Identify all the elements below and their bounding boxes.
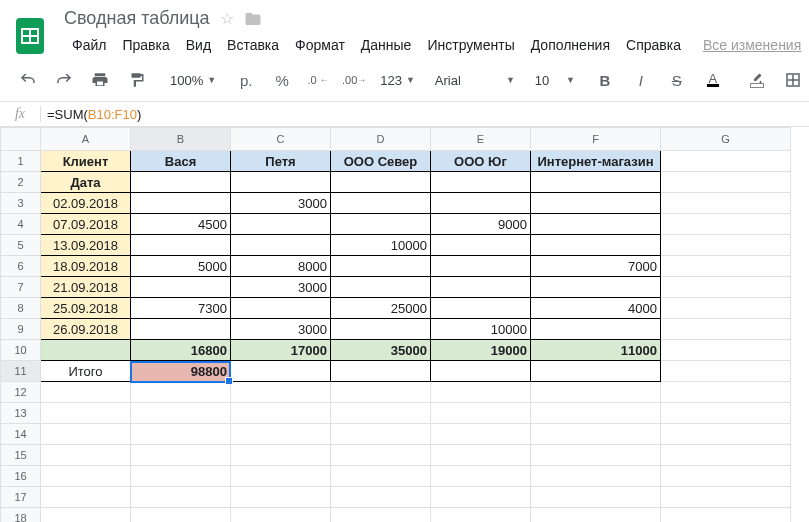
all-changes-link[interactable]: Все изменения	[703, 37, 801, 53]
cell[interactable]	[41, 382, 131, 403]
cell[interactable]: 3000	[231, 193, 331, 214]
row-header[interactable]: 13	[1, 403, 41, 424]
row-header[interactable]: 10	[1, 340, 41, 361]
row-header[interactable]: 18	[1, 508, 41, 523]
select-all-corner[interactable]	[1, 128, 41, 151]
cell[interactable]: 19000	[431, 340, 531, 361]
cell[interactable]: 07.09.2018	[41, 214, 131, 235]
cell[interactable]	[41, 487, 131, 508]
more-formats-dropdown[interactable]: 123▼	[372, 67, 419, 93]
cell[interactable]: 3000	[231, 277, 331, 298]
cell[interactable]	[661, 424, 791, 445]
cell[interactable]	[661, 172, 791, 193]
cell[interactable]	[661, 403, 791, 424]
cell[interactable]	[661, 466, 791, 487]
col-header-D[interactable]: D	[331, 128, 431, 151]
cell[interactable]	[531, 403, 661, 424]
cell[interactable]	[231, 508, 331, 523]
doc-title[interactable]: Сводная таблица	[64, 8, 210, 29]
cell[interactable]	[431, 487, 531, 508]
app-logo[interactable]	[6, 6, 54, 61]
row-header[interactable]: 17	[1, 487, 41, 508]
cell[interactable]	[531, 235, 661, 256]
row-header[interactable]: 15	[1, 445, 41, 466]
cell[interactable]	[131, 172, 231, 193]
cell[interactable]	[531, 193, 661, 214]
decrease-decimal-button[interactable]: .0 ←	[300, 67, 336, 93]
row-header[interactable]: 5	[1, 235, 41, 256]
cell[interactable]: 17000	[231, 340, 331, 361]
cell[interactable]	[531, 382, 661, 403]
menu-help[interactable]: Справка	[618, 33, 689, 57]
increase-decimal-button[interactable]: .00→	[336, 67, 372, 93]
row-header[interactable]: 1	[1, 151, 41, 172]
cell[interactable]	[661, 445, 791, 466]
row-header[interactable]: 14	[1, 424, 41, 445]
cell[interactable]	[131, 382, 231, 403]
cell[interactable]	[531, 487, 661, 508]
cell[interactable]: 7300	[131, 298, 231, 319]
cell[interactable]	[431, 466, 531, 487]
cell[interactable]	[431, 298, 531, 319]
cell[interactable]	[131, 403, 231, 424]
cell[interactable]	[331, 319, 431, 340]
format-percent-button[interactable]: %	[264, 67, 300, 93]
menu-edit[interactable]: Правка	[114, 33, 177, 57]
cell[interactable]	[661, 151, 791, 172]
cell[interactable]: 25000	[331, 298, 431, 319]
cell[interactable]	[331, 361, 431, 382]
cell[interactable]	[531, 445, 661, 466]
row-header[interactable]: 7	[1, 277, 41, 298]
row-header[interactable]: 6	[1, 256, 41, 277]
cell[interactable]	[331, 424, 431, 445]
cell[interactable]: 10000	[331, 235, 431, 256]
cell[interactable]	[231, 298, 331, 319]
cell[interactable]	[231, 424, 331, 445]
cell[interactable]	[431, 382, 531, 403]
cell[interactable]: 18.09.2018	[41, 256, 131, 277]
cell[interactable]: 13.09.2018	[41, 235, 131, 256]
row-header[interactable]: 8	[1, 298, 41, 319]
cell[interactable]: 3000	[231, 319, 331, 340]
cell[interactable]	[41, 403, 131, 424]
cell[interactable]: Петя	[231, 151, 331, 172]
cell[interactable]	[531, 424, 661, 445]
cell[interactable]	[331, 445, 431, 466]
cell[interactable]	[331, 403, 431, 424]
cell[interactable]	[131, 445, 231, 466]
cell[interactable]	[661, 382, 791, 403]
row-header[interactable]: 2	[1, 172, 41, 193]
paint-format-button[interactable]	[118, 67, 154, 93]
cell[interactable]	[41, 466, 131, 487]
menu-tools[interactable]: Инструменты	[419, 33, 522, 57]
cell[interactable]: 11000	[531, 340, 661, 361]
fill-color-button[interactable]	[739, 67, 775, 93]
cell[interactable]: Клиент	[41, 151, 131, 172]
col-header-C[interactable]: C	[231, 128, 331, 151]
borders-button[interactable]	[775, 67, 809, 93]
cell[interactable]	[41, 445, 131, 466]
bold-button[interactable]: B	[587, 67, 623, 93]
cell[interactable]	[431, 277, 531, 298]
cell[interactable]: 4000	[531, 298, 661, 319]
cell[interactable]	[331, 277, 431, 298]
cell[interactable]	[661, 487, 791, 508]
cell[interactable]	[661, 214, 791, 235]
print-button[interactable]	[82, 67, 118, 93]
cell[interactable]: 26.09.2018	[41, 319, 131, 340]
cell[interactable]	[231, 445, 331, 466]
cell[interactable]	[131, 319, 231, 340]
row-header[interactable]: 12	[1, 382, 41, 403]
cell[interactable]	[431, 256, 531, 277]
menu-insert[interactable]: Вставка	[219, 33, 287, 57]
cell[interactable]	[431, 424, 531, 445]
cell[interactable]	[431, 172, 531, 193]
cell[interactable]: 10000	[431, 319, 531, 340]
cell[interactable]	[531, 277, 661, 298]
cell[interactable]	[661, 319, 791, 340]
cell[interactable]	[131, 235, 231, 256]
col-header-A[interactable]: A	[41, 128, 131, 151]
redo-button[interactable]	[46, 67, 82, 93]
cell[interactable]: 7000	[531, 256, 661, 277]
strikethrough-button[interactable]: S	[659, 67, 695, 93]
